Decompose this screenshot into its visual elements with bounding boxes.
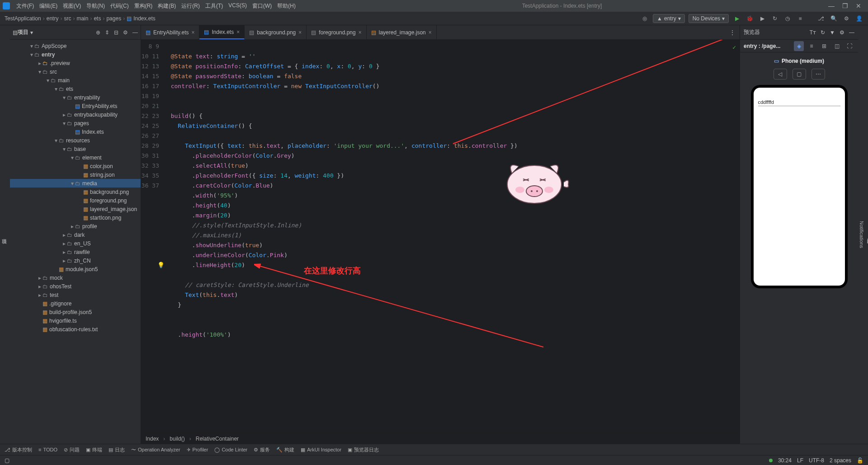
tree-node[interactable]: ▦build-profile.json5 bbox=[10, 308, 141, 316]
back-button[interactable]: ◁ bbox=[774, 69, 787, 80]
chevron-icon[interactable]: ▸ bbox=[37, 283, 42, 290]
gear-icon[interactable]: ⚙ bbox=[840, 29, 844, 36]
bottom-tool[interactable]: ▣终端 bbox=[86, 446, 102, 453]
editor-breadcrumb-segment[interactable]: build() bbox=[170, 436, 184, 442]
tree-node[interactable]: ▦layered_image.json bbox=[10, 205, 141, 213]
settings-button[interactable]: ⚙ bbox=[842, 14, 851, 23]
breadcrumb-segment[interactable]: main bbox=[76, 15, 88, 22]
editor-breadcrumb-segment[interactable]: RelativeContainer bbox=[196, 436, 239, 442]
tree-node[interactable]: ▾🗀ets bbox=[10, 85, 141, 93]
tree-node[interactable]: ▾🗀base bbox=[10, 145, 141, 153]
debug-button[interactable]: 🐞 bbox=[745, 14, 754, 23]
minimize-button[interactable]: — bbox=[825, 2, 838, 9]
tree-node[interactable]: ▦hvigorfile.ts bbox=[10, 316, 141, 325]
breadcrumb[interactable]: TestApplication›entry›src›main›ets›pages… bbox=[5, 15, 640, 22]
phone-text-input[interactable]: cddffffd bbox=[758, 99, 840, 106]
tree-node[interactable]: ▦.gitignore bbox=[10, 299, 141, 308]
editor-tab[interactable]: ▤foreground.png× bbox=[307, 25, 366, 39]
intention-bulb-icon[interactable]: 💡 bbox=[157, 260, 165, 270]
close-button[interactable]: ✕ bbox=[852, 2, 865, 9]
more-button[interactable]: ⋯ bbox=[811, 69, 825, 80]
menu-item[interactable]: 代码(C) bbox=[108, 1, 131, 11]
gear-icon[interactable]: ⚙ bbox=[123, 29, 128, 36]
chevron-icon[interactable]: ▸ bbox=[61, 258, 67, 264]
coverage-button[interactable]: ▶ bbox=[758, 14, 767, 23]
menu-item[interactable]: 视图(V) bbox=[61, 1, 83, 11]
split-icon[interactable]: ◫ bbox=[832, 41, 842, 51]
tree-node[interactable]: ▾🗀entryability bbox=[10, 93, 141, 102]
editor-body[interactable]: 8 9 10 11 12 13 14 15 16 17 18 19 20 21 … bbox=[141, 40, 740, 433]
tree-node[interactable]: ▾🗀main bbox=[10, 76, 141, 85]
editor-tab[interactable]: ▤EntryAbility.ets× bbox=[141, 25, 199, 39]
tree-node[interactable]: ▤EntryAbility.ets bbox=[10, 102, 141, 110]
chevron-icon[interactable]: ▾ bbox=[37, 69, 42, 75]
refresh-button[interactable]: ↻ bbox=[770, 14, 779, 23]
grid-icon[interactable]: ⊞ bbox=[819, 41, 829, 51]
close-tab-icon[interactable]: × bbox=[298, 29, 302, 36]
breadcrumb-segment[interactable]: entry bbox=[47, 15, 59, 22]
tree-node[interactable]: ▸🗀entrybackupability bbox=[10, 110, 141, 119]
layers-icon[interactable]: ≡ bbox=[807, 41, 816, 51]
chevron-icon[interactable]: ▾ bbox=[45, 77, 51, 84]
avatar-button[interactable]: 👤 bbox=[854, 14, 863, 23]
tree-node[interactable]: ▦obfuscation-rules.txt bbox=[10, 325, 141, 333]
bottom-tool[interactable]: ⚙服务 bbox=[254, 446, 270, 453]
collapse-icon[interactable]: ⊟ bbox=[114, 29, 118, 36]
chevron-icon[interactable]: ▾ bbox=[61, 94, 67, 101]
stop-button[interactable]: ■ bbox=[796, 14, 805, 23]
tree-node[interactable]: ▾🗀AppScope bbox=[10, 42, 141, 50]
chevron-icon[interactable]: ▾ bbox=[70, 180, 75, 187]
locate-icon[interactable]: ⊕ bbox=[96, 29, 100, 36]
code-content[interactable]: @State text: string = '' @State position… bbox=[164, 40, 740, 433]
tree-node[interactable]: ▾🗀resources bbox=[10, 136, 141, 145]
tree-node[interactable]: ▦string.json bbox=[10, 170, 141, 179]
breadcrumb-segment[interactable]: Index.ets bbox=[133, 15, 156, 22]
profile-button[interactable]: ◷ bbox=[783, 14, 792, 23]
tree-node[interactable]: ▸🗀mock bbox=[10, 273, 141, 282]
indent-info[interactable]: 2 spaces bbox=[830, 457, 851, 464]
menu-item[interactable]: 编辑(E) bbox=[38, 1, 59, 11]
chevron-icon[interactable]: ▸ bbox=[61, 240, 67, 247]
tree-node[interactable]: ▾🗀entry bbox=[10, 50, 141, 59]
bottom-tool[interactable]: ▦ArkUI Inspector bbox=[301, 447, 341, 453]
bottom-tool[interactable]: 〜Operation Analyzer bbox=[131, 446, 180, 453]
file-encoding[interactable]: UTF-8 bbox=[809, 457, 824, 464]
breadcrumb-segment[interactable]: src bbox=[64, 15, 71, 22]
chevron-icon[interactable]: ▸ bbox=[61, 232, 67, 238]
tree-node[interactable]: ▾🗀pages bbox=[10, 119, 141, 127]
tree-node[interactable]: ▦foreground.png bbox=[10, 196, 141, 205]
chevron-icon[interactable]: ▾ bbox=[29, 52, 34, 58]
menu-item[interactable]: 帮助(H) bbox=[275, 1, 297, 11]
vcs-button[interactable]: ⎇ bbox=[816, 14, 826, 23]
tree-node[interactable]: ▦module.json5 bbox=[10, 265, 141, 273]
chevron-icon[interactable]: ▾ bbox=[53, 86, 59, 92]
bottom-tool[interactable]: ≡TODO bbox=[38, 447, 57, 452]
bottom-tool[interactable]: 🔨构建 bbox=[276, 446, 294, 453]
bottom-tool[interactable]: ⎇版本控制 bbox=[5, 446, 32, 453]
chevron-icon[interactable]: ▾ bbox=[61, 146, 67, 152]
tree-node[interactable]: ▸🗀rawfile bbox=[10, 248, 141, 256]
chevron-icon[interactable]: ▸ bbox=[61, 249, 67, 255]
menu-item[interactable]: VCS(S) bbox=[226, 1, 249, 11]
tree-node[interactable]: ▸🗀zh_CN bbox=[10, 256, 141, 265]
chevron-icon[interactable]: ▾ bbox=[53, 137, 59, 144]
notifications-tab[interactable]: Notifications bbox=[858, 215, 865, 254]
close-tab-icon[interactable]: × bbox=[236, 29, 240, 35]
editor-tab[interactable]: ▤background.png× bbox=[245, 25, 307, 39]
menu-item[interactable]: 运行(R) bbox=[179, 1, 202, 11]
close-tab-icon[interactable]: × bbox=[191, 29, 194, 36]
services-tab[interactable]: 应用与服务体验 bbox=[865, 228, 868, 241]
phone-screen[interactable]: cddffffd bbox=[754, 88, 845, 286]
maximize-button[interactable]: ❐ bbox=[838, 2, 852, 9]
hide-icon[interactable]: — bbox=[132, 29, 138, 36]
chevron-icon[interactable]: ▸ bbox=[37, 292, 42, 298]
line-separator[interactable]: LF bbox=[797, 457, 803, 464]
bottom-tool[interactable]: ▣预览器日志 bbox=[348, 446, 379, 453]
text-tool-icon[interactable]: Tᴛ bbox=[810, 29, 816, 36]
tree-node[interactable]: ▦color.json bbox=[10, 162, 141, 170]
breadcrumb-segment[interactable]: TestApplication bbox=[5, 15, 41, 22]
tree-node[interactable]: ▤Index.ets bbox=[10, 127, 141, 136]
close-tab-icon[interactable]: × bbox=[429, 29, 432, 36]
check-icon[interactable]: ✓ bbox=[732, 42, 736, 52]
chevron-icon[interactable]: ▸ bbox=[70, 223, 75, 230]
